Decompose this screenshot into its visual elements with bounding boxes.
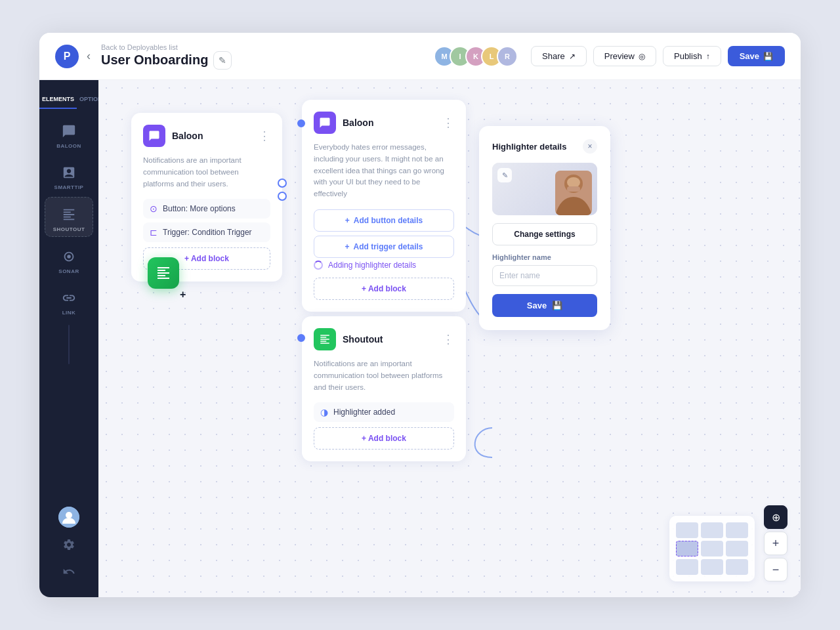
undo-icon[interactable] [62,565,75,581]
body-area: ELEMENTS OPTIONS BALOON [39,80,801,597]
topbar: P ‹ Back to Deployables list User Onboar… [39,33,801,80]
collaborators-avatars: M I K L R [434,46,518,67]
trigger-icon: ⊏ [150,227,158,238]
publish-button[interactable]: Publish ↑ [663,46,721,66]
back-arrow-icon: ‹ [87,49,91,63]
user-avatar[interactable] [58,507,79,528]
spinner-icon [314,261,323,270]
avatar: R [497,46,518,67]
zoom-controls: ⊕ + − [764,505,788,581]
add-block-btn-2[interactable]: + Add block [314,278,454,300]
connector-dot-1a [278,178,287,188]
tab-elements[interactable]: ELEMENTS [39,91,77,109]
save-icon: 💾 [763,52,773,61]
svg-point-5 [567,177,580,188]
publish-icon: ↑ [706,52,710,61]
preview-button[interactable]: Preview ◎ [593,46,656,66]
highlighter-icon: ◑ [320,407,328,417]
minimap-block [726,522,748,538]
highlighter-panel: Highlighter details × [479,126,610,330]
add-block-btn-shoutout[interactable]: + Add block [314,427,454,450]
svg-point-0 [67,255,71,259]
connector-dot-1b [278,192,287,201]
card-menu-1[interactable]: ⋮ [259,130,270,142]
card-baloon-icon-1 [143,125,165,147]
zoom-in-button[interactable]: + [764,532,788,555]
highlighter-name-label: Highlighter name [492,253,597,261]
title-area: Back to Deployables list User Onboarding… [101,43,232,70]
sidebar: ELEMENTS OPTIONS BALOON [39,80,98,597]
zoom-out-button[interactable]: − [764,558,788,581]
minimap-block [726,541,748,556]
sidebar-items: BALOON SMARTTIP SHOUTOUT [39,114,98,320]
highlighter-panel-title: Highlighter details [492,142,566,152]
card-menu-shoutout[interactable]: ⋮ [442,333,454,345]
card-menu-2[interactable]: ⋮ [442,117,454,129]
share-button[interactable]: Share ↗ [531,46,587,66]
canvas[interactable]: Baloon ⋮ Notifications are an important … [98,80,801,597]
edit-icon: ✎ [219,55,226,66]
svg-point-2 [66,512,72,518]
shoutout-icon [58,204,79,225]
save-button[interactable]: Save 💾 [728,46,785,66]
compass-button[interactable]: ⊕ [764,505,788,529]
back-button[interactable]: ‹ [87,49,93,63]
save-floppy-icon: 💾 [552,301,562,310]
highlighter-panel-close[interactable]: × [583,139,597,154]
link-icon [58,287,79,308]
highlighter-name-input[interactable] [492,265,597,286]
toolbar-actions: Share ↗ Preview ◎ Publish ↑ Save 💾 [531,46,785,66]
baloon-card-2: Baloon ⋮ Everybody hates error messages,… [302,100,466,312]
connector-dot-2 [297,119,305,127]
sidebar-bottom [58,507,79,587]
minimap-block [701,522,723,538]
page-title: User Onboarding [101,52,208,68]
sidebar-item-sonar[interactable]: SONAR [45,240,93,278]
sonar-icon [58,246,79,267]
back-label: Back to Deployables list [101,43,232,51]
sidebar-item-smarttip[interactable]: SMARTTIP [45,156,93,194]
card-baloon-icon-2 [314,112,336,134]
highlighter-item: ◑ Highlighter added [314,402,454,422]
share-icon: ↗ [569,52,576,61]
change-settings-button[interactable]: Change settings [492,223,597,245]
svg-rect-6 [567,186,580,192]
sidebar-item-baloon[interactable]: BALOON [45,114,93,153]
app-logo: P [55,45,79,68]
add-button-details[interactable]: + Add button details [314,209,454,232]
image-edit-button[interactable]: ✎ [497,168,512,182]
edit-title-button[interactable]: ✎ [213,51,232,70]
minimap-block [701,541,723,556]
highlighter-save-button[interactable]: Save 💾 [492,294,597,317]
card-item: ⊏ Trigger: Condition Trigger [143,222,270,242]
minimap [669,516,755,581]
shoutout-card: Shoutout ⋮ Notifications are an importan… [302,316,466,461]
loading-item: Adding highlighter details [314,258,454,272]
dragging-shoutout-element[interactable] [148,257,179,289]
minimap-block [676,559,698,575]
smarttip-icon [58,162,79,183]
minimap-block [701,559,723,575]
preview-icon: ◎ [639,52,645,61]
card-shoutout-icon [314,328,336,350]
drag-plus-icon: + [180,289,186,301]
baloon-icon [58,121,79,142]
connector-dot-shoutout [297,334,305,342]
minimap-block [676,522,698,538]
highlighter-image: ✎ [492,163,597,215]
baloon-card-1: Baloon ⋮ Notifications are an important … [131,113,282,282]
person-image [555,171,592,215]
card-item: ⊙ Button: More options [143,199,270,219]
sidebar-item-shoutout[interactable]: SHOUTOUT [45,197,93,237]
minimap-block [726,559,748,575]
add-trigger-details[interactable]: + Add trigger details [314,236,454,258]
settings-icon[interactable] [62,538,75,555]
sidebar-divider [68,325,70,364]
sidebar-tabs: ELEMENTS OPTIONS [39,91,98,109]
button-icon: ⊙ [150,203,158,214]
sidebar-item-link[interactable]: LINK [45,281,93,320]
minimap-block-active [676,541,698,556]
